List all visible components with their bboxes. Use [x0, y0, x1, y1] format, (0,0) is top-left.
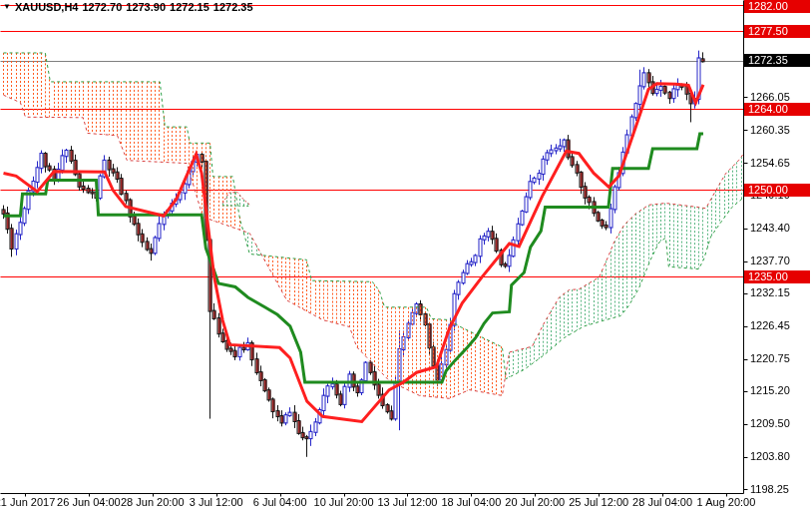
- price-tick-label: 1237.70: [750, 255, 790, 267]
- price-tick-label: 1232.15: [750, 286, 790, 299]
- time-axis: 21 Jun 201726 Jun 04:0028 Jun 20:003 Jul…: [0, 496, 812, 512]
- bar-high-value: 1273.90: [126, 1, 166, 13]
- chart-plot-area[interactable]: [0, 0, 812, 513]
- price-tick-label: 1198.25: [750, 483, 789, 496]
- bar-open-value: 1272.70: [83, 1, 123, 13]
- time-axis-label: 3 Jul 12:00: [190, 496, 243, 508]
- price-tick-label: 1243.40: [750, 222, 790, 235]
- chart-title: ▼ XAUUSD,H4 1272.70 1273.90 1272.15 1272…: [3, 0, 253, 14]
- time-axis-label: 28 Jul 04:00: [632, 496, 692, 508]
- time-axis-label: 10 Jul 20:00: [314, 496, 374, 508]
- time-axis-label: 25 Jul 12:00: [569, 496, 628, 508]
- time-axis-label: 6 Jul 04:00: [253, 496, 307, 508]
- collapse-triangle-icon[interactable]: ▼: [3, 2, 11, 12]
- price-level-badge[interactable]: 1235.00: [744, 270, 810, 283]
- time-axis-label: 18 Jul 04:00: [441, 496, 501, 508]
- price-tick-label: 1254.65: [750, 157, 790, 170]
- current-price-badge: 1272.35: [744, 54, 810, 67]
- symbol-period-label: XAUUSD,H4: [15, 1, 79, 13]
- price-tick-label: 1260.35: [750, 124, 790, 137]
- time-axis-label: 26 Jun 04:00: [57, 496, 121, 508]
- price-level-badge[interactable]: 1277.50: [744, 25, 810, 38]
- time-axis-label: 1 Aug 20:00: [697, 496, 756, 508]
- time-axis-label: 28 Jun 20:00: [121, 496, 185, 508]
- price-tick-label: 1215.20: [750, 384, 790, 397]
- price-level-badge[interactable]: 1282.00: [744, 0, 810, 13]
- time-axis-label: 13 Jul 12:00: [377, 496, 437, 508]
- price-axis: 1266.051260.351254.651249.101243.401237.…: [744, 0, 812, 493]
- price-tick-label: 1220.75: [750, 352, 790, 365]
- trading-chart-window: { "window": { "collapse_icon": "▼", "sym…: [0, 0, 812, 513]
- price-tick-label: 1203.80: [750, 450, 790, 463]
- time-axis-label: 21 Jun 2017: [0, 496, 55, 508]
- bar-low-value: 1272.15: [170, 1, 209, 13]
- price-tick-label: 1209.50: [750, 417, 790, 430]
- price-level-badge[interactable]: 1264.00: [744, 103, 810, 116]
- price-level-badge[interactable]: 1250.00: [744, 184, 810, 197]
- bar-close-value: 1272.35: [213, 1, 253, 13]
- price-tick-label: 1226.45: [750, 319, 790, 332]
- time-axis-label: 20 Jul 20:00: [505, 496, 565, 508]
